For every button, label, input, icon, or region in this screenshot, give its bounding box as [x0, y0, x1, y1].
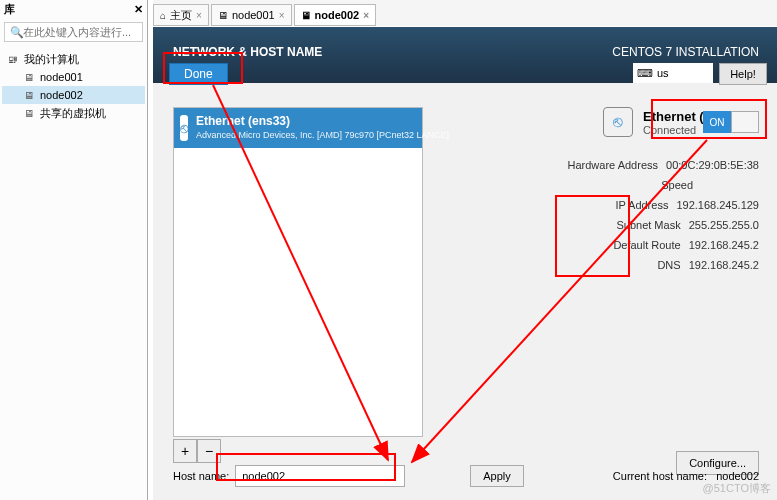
library-search-input[interactable] [4, 22, 143, 42]
tree-item-shared[interactable]: 🖥 共享的虚拟机 [2, 104, 145, 122]
done-button[interactable]: Done [169, 63, 228, 85]
detail-row: IP Address192.168.245.129 [453, 195, 759, 215]
nic-toggle[interactable]: ON [703, 111, 759, 133]
detail-value: 255.255.255.0 [689, 219, 759, 231]
library-close-icon[interactable]: ✕ [134, 3, 143, 16]
detail-value: 192.168.245.2 [689, 259, 759, 271]
vm-icon: 🖥 [218, 10, 228, 21]
computer-icon: 🖳 [6, 54, 20, 65]
nic-remove-button[interactable]: − [197, 439, 221, 463]
detail-label: Hardware Address [453, 159, 666, 171]
vm-icon: 🖥 [22, 72, 36, 83]
hostname-label: Host name: [173, 470, 229, 482]
detail-label: Default Route [453, 239, 689, 251]
tree-root[interactable]: 🖳 我的计算机 [2, 50, 145, 68]
home-icon: ⌂ [160, 10, 166, 21]
help-button[interactable]: Help! [719, 63, 767, 85]
toggle-knob [731, 111, 759, 133]
detail-value: 192.168.245.2 [689, 239, 759, 251]
detail-label: Speed [453, 179, 701, 191]
detail-label: IP Address [453, 199, 676, 211]
tab-bar: ⌂ 主页 × 🖥 node001 × 🖥 node002 × [153, 0, 777, 26]
detail-row: Subnet Mask255.255.255.0 [453, 215, 759, 235]
shared-icon: 🖥 [22, 108, 36, 119]
detail-value: 192.168.245.129 [676, 199, 759, 211]
keyboard-icon: ⌨ [637, 67, 653, 80]
tab-node001[interactable]: 🖥 node001 × [211, 4, 292, 26]
close-icon[interactable]: × [279, 10, 285, 21]
ethernet-icon: ⎋ [603, 107, 633, 137]
detail-value: 00:0C:29:0B:5E:38 [666, 159, 759, 171]
close-icon[interactable]: × [196, 10, 202, 21]
hostname-input[interactable] [235, 465, 405, 487]
detail-row: Default Route192.168.245.2 [453, 235, 759, 255]
nic-add-button[interactable]: + [173, 439, 197, 463]
tree-item-node001[interactable]: 🖥 node001 [2, 68, 145, 86]
toggle-on-label: ON [703, 111, 731, 133]
library-pane: 库 ✕ 🔍 🖳 我的计算机 🖥 node001 🖥 node002 🖥 共享的虚… [0, 0, 148, 500]
tab-node002[interactable]: 🖥 node002 × [294, 4, 376, 26]
vm-icon: 🖥 [22, 90, 36, 101]
section-title: NETWORK & HOST NAME [173, 45, 322, 59]
tab-home[interactable]: ⌂ 主页 × [153, 4, 209, 26]
detail-row: Speed [453, 175, 759, 195]
watermark: @51CTO博客 [703, 481, 771, 496]
detail-label: DNS [453, 259, 689, 271]
detail-label: Subnet Mask [453, 219, 689, 231]
installer-area: NETWORK & HOST NAME Done CENTOS 7 INSTAL… [153, 27, 777, 500]
keyboard-layout-selector[interactable]: ⌨ us [633, 63, 713, 83]
hostname-row: Host name: Apply Current host name: node… [173, 464, 759, 488]
library-title: 库 [4, 2, 15, 17]
current-hostname-label: Current host name: [613, 470, 707, 482]
installer-header: NETWORK & HOST NAME Done CENTOS 7 INSTAL… [153, 27, 777, 83]
product-label: CENTOS 7 INSTALLATION [612, 45, 759, 59]
detail-row: DNS192.168.245.2 [453, 255, 759, 275]
tree-item-node002[interactable]: 🖥 node002 [2, 86, 145, 104]
vm-icon: 🖥 [301, 10, 311, 21]
ethernet-icon: ⎋ [180, 115, 188, 141]
apply-button[interactable]: Apply [470, 465, 524, 487]
nic-list: ⎋ Ethernet (ens33) Advanced Micro Device… [173, 107, 423, 437]
detail-row: Hardware Address00:0C:29:0B:5E:38 [453, 155, 759, 175]
search-icon: 🔍 [10, 26, 24, 39]
nic-item[interactable]: ⎋ Ethernet (ens33) Advanced Micro Device… [174, 108, 422, 148]
library-tree: 🖳 我的计算机 🖥 node001 🖥 node002 🖥 共享的虚拟机 [0, 46, 147, 126]
nic-detail: ⎋ Ethernet (ens33) Connected ON Hardware… [453, 107, 759, 275]
close-icon[interactable]: × [363, 10, 369, 21]
